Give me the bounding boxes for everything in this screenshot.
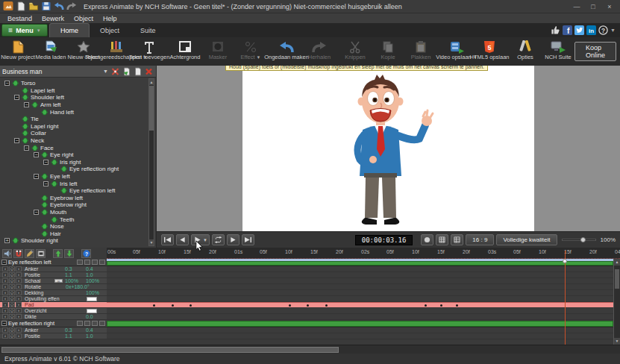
chevron-down-icon[interactable]: ▼	[610, 28, 616, 33]
next-keyframe-button[interactable]: ›	[16, 308, 22, 313]
menu-bewerk[interactable]: Bewerk	[37, 15, 69, 22]
keyframe-dot[interactable]	[325, 304, 328, 307]
collapse-icon[interactable]: −	[34, 152, 39, 157]
tree-item-neck[interactable]: −Neck	[3, 137, 156, 145]
character-business-man[interactable]	[321, 70, 448, 228]
tekengereedschappen-button[interactable]: Tekengereedschappen▼	[100, 38, 133, 65]
property-row-rotatie[interactable]: ‹◇›Rotatie0x+180.0°	[0, 284, 620, 290]
collapse-icon[interactable]: −	[34, 210, 39, 215]
grid-button[interactable]	[436, 234, 448, 245]
minimize-button[interactable]: —	[572, 3, 581, 10]
link-dimensions-toggle[interactable]: ∞	[54, 279, 63, 283]
add-keyframe-button[interactable]: ◇	[9, 308, 15, 313]
tree-item-hair[interactable]: −Hair	[3, 230, 156, 237]
duration-bar[interactable]	[107, 321, 613, 327]
keyframe-dot[interactable]	[425, 304, 427, 307]
tab-home[interactable]: Home	[49, 23, 90, 37]
tree-item-lapel-left[interactable]: −Lapel left	[3, 87, 156, 95]
tree-item-eye-reflection-left[interactable]: −Eye reflection left	[3, 187, 156, 195]
eye-icon[interactable]	[84, 260, 90, 265]
next-keyframe-button[interactable]: ›	[16, 290, 22, 295]
property-lane[interactable]	[107, 302, 620, 307]
scroll-up-icon[interactable]: ▲	[614, 259, 620, 266]
keyframe-dot[interactable]	[153, 304, 155, 307]
tree-item-nose[interactable]: −Nose	[3, 223, 156, 230]
timeline-ruler[interactable]: 00s05f10f15f20f01s05f10f15f20f02s05f10f1…	[107, 248, 620, 259]
scrollbar-thumb[interactable]	[149, 86, 154, 131]
property-lane[interactable]	[107, 266, 620, 272]
menu-bestand[interactable]: Bestand	[3, 15, 37, 22]
tree-item-eye-right[interactable]: −Eye right	[3, 151, 156, 159]
redo-small-icon[interactable]	[66, 1, 77, 11]
tree-item-torso[interactable]: −Torso	[3, 80, 156, 87]
collapse-icon[interactable]: −	[24, 102, 29, 107]
duration-bar[interactable]	[107, 261, 613, 266]
facebook-icon[interactable]: f	[563, 25, 572, 35]
add-keyframe-button[interactable]: ◇	[9, 290, 15, 295]
add-keyframe-button[interactable]: ◇	[9, 278, 15, 283]
eye-icon[interactable]	[84, 321, 90, 326]
tree-item-iris-left[interactable]: −Iris left	[3, 180, 156, 187]
property-value[interactable]: 0x+180.0°	[66, 284, 106, 289]
prev-keyframe-button[interactable]: ‹	[2, 266, 8, 272]
canvas-area[interactable]: Houd (spatie) toets of (middelste) muisk…	[157, 66, 620, 231]
guides-button[interactable]	[451, 234, 463, 245]
opties-button[interactable]: Opties	[509, 38, 542, 65]
prev-keyframe-button[interactable]: ‹	[2, 314, 8, 319]
tekst-toevoegen-button[interactable]: Tekst toevoegen	[133, 38, 166, 65]
property-row-positie[interactable]: ‹◇›Positie1.11.0	[0, 272, 620, 278]
skip-start-button[interactable]	[161, 234, 174, 245]
expand-icon[interactable]: +	[4, 238, 10, 243]
property-row-anker[interactable]: ‹◇›Anker0.30.4	[0, 327, 620, 333]
property-lane[interactable]	[107, 296, 620, 301]
scroll-up-icon[interactable]: ▲	[149, 79, 154, 85]
tree-item-hand-left[interactable]: −Hand left	[3, 108, 156, 116]
next-keyframe-button[interactable]: ›	[16, 327, 22, 333]
tab-suite[interactable]: Suite	[130, 23, 166, 37]
chevron-down-icon[interactable]: ▼	[103, 69, 108, 74]
tree-item-collar[interactable]: −Collar	[3, 130, 156, 137]
help-blue-button[interactable]: ?	[81, 249, 91, 258]
prev-keyframe-button[interactable]: ‹	[2, 278, 8, 283]
track-duration-lane[interactable]	[107, 320, 620, 327]
next-keyframe-button[interactable]: ›	[16, 314, 22, 319]
hscrollbar-thumb[interactable]	[1, 347, 339, 353]
linkedin-icon[interactable]: in	[586, 25, 596, 35]
zoom-slider-knob[interactable]	[580, 237, 586, 242]
next-keyframe-button[interactable]: ›	[16, 272, 22, 277]
open-folder-icon[interactable]	[28, 1, 39, 11]
collapse-icon[interactable]: −	[43, 160, 48, 165]
brush-button[interactable]	[25, 249, 34, 258]
property-lane[interactable]	[107, 314, 620, 319]
magnet-button[interactable]	[13, 249, 23, 258]
color-swatch[interactable]	[87, 309, 97, 313]
tree-item-mouth[interactable]: −Mouth	[3, 209, 156, 216]
property-value[interactable]: 1.0	[86, 272, 106, 277]
collapse-icon[interactable]: −	[14, 138, 19, 143]
tree-item-shoulder-right[interactable]: +Shoulder right	[3, 237, 156, 245]
prev-keyframe-button[interactable]: ‹	[2, 308, 8, 313]
collapse-icon[interactable]: −	[34, 174, 39, 179]
aspect-ratio-button[interactable]: 16 : 9	[466, 234, 494, 245]
property-row-schaal[interactable]: ‹◇›Schaal∞100%100%	[0, 278, 620, 284]
scroll-down-icon[interactable]: ▼	[614, 338, 620, 345]
twitter-icon[interactable]	[574, 25, 584, 35]
prev-keyframe-button[interactable]: ‹	[2, 302, 8, 307]
keyframe-dot[interactable]	[456, 304, 458, 307]
menu-help[interactable]: Help	[98, 15, 122, 22]
tree-item-face[interactable]: −Face	[3, 144, 156, 151]
lock-icon[interactable]	[92, 321, 98, 326]
next-keyframe-button[interactable]: ›	[16, 302, 22, 307]
tree-item-eye-left[interactable]: −Eye left	[3, 173, 156, 181]
tree-item-teeth[interactable]: −Teeth	[3, 216, 156, 223]
menu-button[interactable]: ≡ Menu ▼	[1, 24, 48, 37]
timeline-scrollbar[interactable]: ▲ ▼	[613, 259, 620, 345]
add-keyframe-button[interactable]: ◇	[9, 302, 15, 307]
tree-item-tie[interactable]: −Tie	[3, 116, 156, 123]
prev-keyframe-button[interactable]: ‹	[2, 284, 8, 289]
quality-button[interactable]: Volledige kwaliteit	[496, 234, 557, 245]
add-keyframe-button[interactable]: ◇	[9, 296, 15, 301]
loop-button[interactable]	[212, 234, 225, 245]
undo-small-icon[interactable]	[54, 1, 64, 11]
property-row-positie[interactable]: ‹◇›Positie1.11.0	[0, 333, 620, 339]
